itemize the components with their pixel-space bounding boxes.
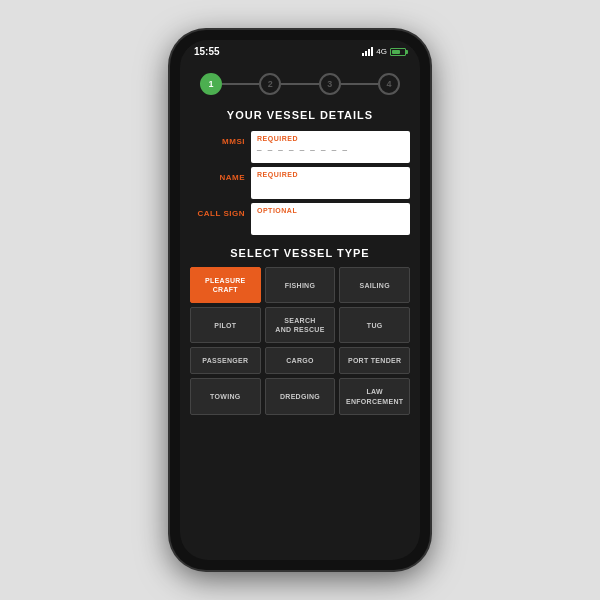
vessel-type-grid: PLEASURECRAFT FISHING SAILING PILOT SEAR… xyxy=(180,267,420,415)
callsign-input[interactable]: OPTIONAL xyxy=(251,203,410,235)
callsign-row: CALL SIGN OPTIONAL xyxy=(180,203,420,235)
name-hint: REQUIRED xyxy=(257,171,404,178)
mmsi-label: MMSI xyxy=(190,131,245,146)
vessel-btn-dredging[interactable]: DREDGING xyxy=(265,378,336,414)
vessel-btn-fishing[interactable]: FISHING xyxy=(265,267,336,303)
vessel-btn-port-tender[interactable]: PORT TENDER xyxy=(339,347,410,374)
vessel-btn-cargo[interactable]: CARGO xyxy=(265,347,336,374)
mmsi-dashes: _ _ _ _ _ _ _ _ _ xyxy=(257,142,404,151)
vessel-btn-sailing[interactable]: SAILING xyxy=(339,267,410,303)
battery-icon xyxy=(390,48,406,56)
step-1: 1 xyxy=(200,73,222,95)
step-4: 4 xyxy=(378,73,400,95)
vessel-details-title: YOUR VESSEL DETAILS xyxy=(180,103,420,131)
vessel-btn-law-enforcement[interactable]: LAWENFORCEMENT xyxy=(339,378,410,414)
vessel-btn-towing[interactable]: TOWING xyxy=(190,378,261,414)
stepper: 1 2 3 4 xyxy=(180,61,420,103)
mmsi-row: MMSI REQUIRED _ _ _ _ _ _ _ _ _ xyxy=(180,131,420,163)
callsign-label: CALL SIGN xyxy=(190,203,245,218)
status-time: 15:55 xyxy=(194,46,220,57)
vessel-btn-tug[interactable]: TUG xyxy=(339,307,410,343)
name-input[interactable]: REQUIRED xyxy=(251,167,410,199)
network-icon: 4G xyxy=(376,47,387,56)
vessel-btn-pleasure-craft[interactable]: PLEASURECRAFT xyxy=(190,267,261,303)
callsign-hint: OPTIONAL xyxy=(257,207,404,214)
step-2: 2 xyxy=(259,73,281,95)
phone-frame: 15:55 4G 1 2 xyxy=(170,30,430,570)
vessel-btn-passenger[interactable]: PASSENGER xyxy=(190,347,261,374)
status-bar: 15:55 4G xyxy=(180,40,420,61)
vessel-btn-search-rescue[interactable]: SEARCHAND RESCUE xyxy=(265,307,336,343)
mmsi-hint: REQUIRED xyxy=(257,135,404,142)
step-line-2 xyxy=(281,83,318,85)
vessel-type-title: SELECT VESSEL TYPE xyxy=(180,237,420,267)
step-3: 3 xyxy=(319,73,341,95)
name-row: NAME REQUIRED xyxy=(180,167,420,199)
status-icons: 4G xyxy=(362,47,406,56)
signal-bars-icon xyxy=(362,47,373,56)
mmsi-input[interactable]: REQUIRED _ _ _ _ _ _ _ _ _ xyxy=(251,131,410,163)
vessel-btn-pilot[interactable]: PILOT xyxy=(190,307,261,343)
screen-content[interactable]: 1 2 3 4 YOUR VESSEL DETAILS MMSI REQUIRE… xyxy=(180,61,420,560)
step-line-1 xyxy=(222,83,259,85)
phone-screen: 15:55 4G 1 2 xyxy=(180,40,420,560)
step-line-3 xyxy=(341,83,378,85)
name-label: NAME xyxy=(190,167,245,182)
